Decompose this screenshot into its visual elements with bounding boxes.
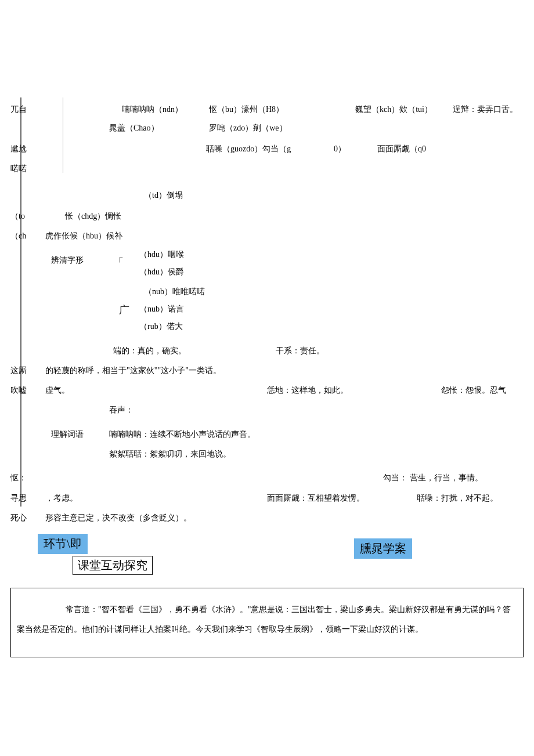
word-chuixu: 吹嘘 xyxy=(10,385,27,396)
frag-ch: （ch xyxy=(10,231,26,241)
def-yuanchang: 怨怅：怨恨。忍气 xyxy=(441,385,506,396)
def-nannan-full: 喃喃呐呐：连续不断地小声说话的声音。 xyxy=(109,429,255,440)
gloss-nub-1: （nub）唯唯喏喏 xyxy=(144,287,205,297)
bracket-icon-1: 「 xyxy=(113,255,124,269)
word-zero: 0） xyxy=(334,144,346,154)
section-label-lijie: 理解词语 xyxy=(51,429,84,440)
word-zhesi: 这厮 xyxy=(10,366,27,376)
word-td-daota: （td）倒塌 xyxy=(144,190,183,201)
intro-paragraph-text: 常言道："智不智看《三国》，勇不勇看《水浒》。"意思是说：三国出智士，梁山多勇夫… xyxy=(17,600,517,639)
def-zhesi-text: 的轻蔑的称呼，相当于"这家伙""这小子"一类话。 xyxy=(45,366,221,376)
word-luozao: 罗唣（zdo）剜（we） xyxy=(209,123,287,133)
def-sixin-text: 形容主意已定，决不改变（多含贬义）。 xyxy=(45,513,192,523)
word-ganga: 尴尬 xyxy=(10,144,27,154)
word-weiwang: 巍望（kch）欸（tui） xyxy=(355,104,432,115)
word-ou: 怄（bu）濠州（H8） xyxy=(209,104,284,115)
def-nendi: 恁地：这样地，如此。 xyxy=(267,385,348,396)
word-wuzhi: 兀自 xyxy=(10,104,27,115)
word-ou2: 怄： xyxy=(10,473,27,483)
vertical-rule-left xyxy=(20,97,21,507)
word-chang: 怅（chdg）惆怅 xyxy=(65,211,121,222)
word-mianmian: 面面厮觑（q0 xyxy=(377,144,426,154)
word-guozao: 聒噪（guozdo）勾当（g xyxy=(206,144,291,154)
blue-tab-left: 环节\即 xyxy=(38,534,88,554)
word-nuonuo: 喏喏 xyxy=(10,164,27,174)
def-mianmian-full: 面面厮觑：互相望着发愣。 xyxy=(267,493,365,504)
gloss-hdu-2: （hdu）侯爵 xyxy=(139,267,184,277)
def-kaolv: ，考虑。 xyxy=(45,493,78,504)
word-chaogai: 晁盖（Chao） xyxy=(109,123,159,133)
intro-paragraph-box: 常言道："智不智看《三国》，勇不勇看《水浒》。"意思是说：三国出智士，梁山多勇夫… xyxy=(10,588,524,657)
def-chengbian: 逞辩：卖弄口舌。 xyxy=(453,104,518,115)
gloss-hdu-1: （hdu）咽喉 xyxy=(139,249,184,260)
bracket-icon-2: 广 xyxy=(119,303,129,317)
word-huzuo: 虎作伥候（hbu）候补 xyxy=(45,231,122,241)
def-guozao-full: 聒噪：打扰，对不起。 xyxy=(417,493,498,504)
word-tunsheng: 吞声： xyxy=(109,405,134,415)
def-xuqi: 虚气。 xyxy=(45,385,70,396)
frag-to: （to xyxy=(10,211,25,222)
word-xunsi: 寻思 xyxy=(10,493,27,504)
document-page: 兀自 喃喃呐呐（ndn） 怄（bu）濠州（H8） 巍望（kch）欸（tui） 逞… xyxy=(0,0,534,756)
def-ganxi: 干系：责任。 xyxy=(276,346,324,356)
section-label-bianqing: 辨清字形 xyxy=(51,255,84,266)
blue-tab-right: 臐晁学案 xyxy=(354,538,412,559)
gloss-rub: （rub）偌大 xyxy=(139,321,183,332)
section-title-box: 课堂互动探究 xyxy=(73,556,153,575)
word-nannan: 喃喃呐呐（ndn） xyxy=(122,104,183,115)
vertical-rule-inner xyxy=(63,97,63,173)
def-xuxu: 絮絮聒聒：絮絮叨叨，来回地说。 xyxy=(109,449,231,460)
def-goudang: 勾当： 营生，行当，事情。 xyxy=(383,473,483,483)
word-sixin: 死心 xyxy=(10,513,27,523)
def-duandi: 端的：真的，确实。 xyxy=(113,346,186,356)
gloss-nub-2: （nub）诺言 xyxy=(139,304,184,314)
